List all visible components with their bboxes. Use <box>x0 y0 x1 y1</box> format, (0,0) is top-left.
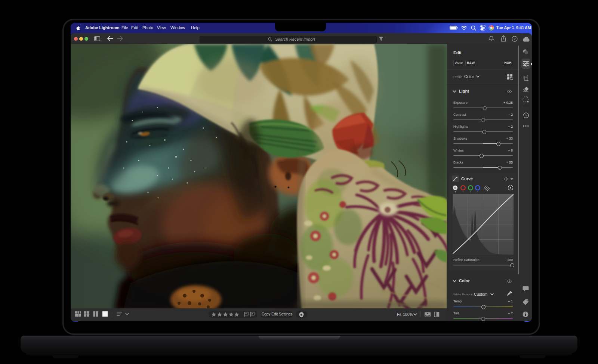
svg-text:?: ? <box>514 37 516 41</box>
